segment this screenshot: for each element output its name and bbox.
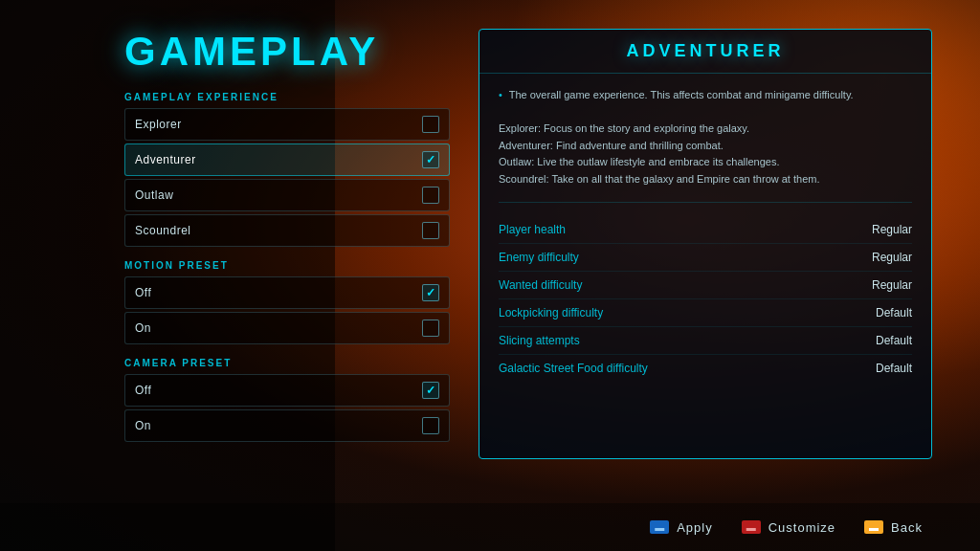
desc-adventurer: Adventurer: Find adventure and thrilling… — [499, 140, 724, 151]
main-content: GAMEPLAY GAMEPLAY EXPERIENCE Explorer Ad… — [0, 0, 980, 551]
option-camera-off-label: Off — [135, 384, 151, 397]
back-action[interactable]: ▬ Back — [864, 520, 923, 535]
option-scoundrel[interactable]: Scoundrel — [124, 214, 450, 247]
option-adventurer[interactable]: Adventurer — [124, 143, 450, 176]
option-camera-on-checkbox — [422, 417, 439, 434]
option-scoundrel-label: Scoundrel — [135, 224, 191, 237]
stat-label-lockpicking: Lockpicking difficulty — [499, 306, 603, 320]
option-scoundrel-checkbox — [422, 222, 439, 239]
desc-bullet: • — [499, 89, 502, 100]
stat-label-wanted-difficulty: Wanted difficulty — [499, 278, 582, 292]
left-panel: GAMEPLAY GAMEPLAY EXPERIENCE Explorer Ad… — [124, 29, 450, 503]
stat-row-lockpicking: Lockpicking difficulty Default — [499, 299, 912, 327]
page-title: GAMEPLAY — [124, 29, 450, 75]
stat-label-player-health: Player health — [499, 223, 566, 236]
right-panel-body: • The overall game experience. This affe… — [479, 74, 931, 458]
option-motion-off-label: Off — [135, 286, 151, 299]
option-outlaw-label: Outlaw — [135, 188, 173, 202]
stat-value-player-health: Regular — [872, 223, 912, 236]
desc-partial: The overall game experience. This affect… — [509, 89, 854, 100]
option-motion-on-checkbox — [422, 320, 439, 337]
gameplay-section-label: GAMEPLAY EXPERIENCE — [124, 92, 450, 102]
right-panel-title: ADVENTURER — [499, 41, 912, 61]
description-text: • The overall game experience. This affe… — [499, 87, 912, 203]
bottom-bar: ▬ Apply ▬ Customize ▬ Back — [0, 503, 980, 551]
right-panel: ADVENTURER • The overall game experience… — [479, 29, 932, 459]
stat-value-street-food: Default — [876, 362, 912, 375]
stats-table: Player health Regular Enemy difficulty R… — [499, 216, 912, 382]
stat-row-wanted-difficulty: Wanted difficulty Regular — [499, 272, 912, 299]
stat-row-enemy-difficulty: Enemy difficulty Regular — [499, 244, 912, 272]
right-panel-header: ADVENTURER — [479, 30, 931, 74]
camera-section-label: CAMERA PRESET — [124, 358, 450, 368]
option-adventurer-label: Adventurer — [135, 153, 196, 166]
option-motion-on-label: On — [135, 321, 151, 335]
stat-value-slicing: Default — [876, 334, 912, 347]
stat-value-lockpicking: Default — [876, 306, 912, 320]
option-motion-on[interactable]: On — [124, 312, 450, 344]
motion-section-label: MOTION PRESET — [124, 260, 450, 271]
option-explorer[interactable]: Explorer — [124, 108, 450, 141]
option-outlaw-checkbox — [422, 187, 439, 204]
customize-icon: ▬ — [742, 520, 761, 534]
back-label: Back — [891, 520, 923, 535]
option-outlaw[interactable]: Outlaw — [124, 179, 450, 211]
customize-label: Customize — [768, 520, 835, 535]
option-camera-on[interactable]: On — [124, 409, 450, 442]
apply-action[interactable]: ▬ Apply — [650, 520, 713, 535]
main-area: GAMEPLAY GAMEPLAY EXPERIENCE Explorer Ad… — [0, 0, 980, 503]
option-adventurer-checkbox — [422, 151, 439, 168]
stat-label-enemy-difficulty: Enemy difficulty — [499, 251, 579, 264]
stat-row-slicing: Slicing attempts Default — [499, 327, 912, 355]
option-motion-off-checkbox — [422, 284, 439, 301]
stat-value-enemy-difficulty: Regular — [872, 251, 912, 264]
desc-explorer: Explorer: Focus on the story and explori… — [499, 122, 749, 134]
option-camera-on-label: On — [135, 419, 151, 432]
stat-value-wanted-difficulty: Regular — [872, 278, 912, 292]
option-explorer-checkbox — [422, 116, 439, 133]
desc-outlaw: Outlaw: Live the outlaw lifestyle and em… — [499, 156, 780, 167]
apply-label: Apply — [677, 520, 713, 535]
stat-row-player-health: Player health Regular — [499, 216, 912, 244]
apply-icon: ▬ — [650, 520, 669, 534]
option-motion-off[interactable]: Off — [124, 276, 450, 309]
customize-action[interactable]: ▬ Customize — [742, 520, 835, 535]
stat-row-street-food: Galactic Street Food difficulty Default — [499, 355, 912, 382]
stat-label-street-food: Galactic Street Food difficulty — [499, 362, 648, 375]
stat-label-slicing: Slicing attempts — [499, 334, 580, 347]
back-icon: ▬ — [864, 520, 883, 534]
option-camera-off[interactable]: Off — [124, 374, 450, 407]
option-camera-off-checkbox — [422, 382, 439, 399]
option-explorer-label: Explorer — [135, 118, 182, 131]
desc-scoundrel: Scoundrel: Take on all that the galaxy a… — [499, 173, 820, 185]
